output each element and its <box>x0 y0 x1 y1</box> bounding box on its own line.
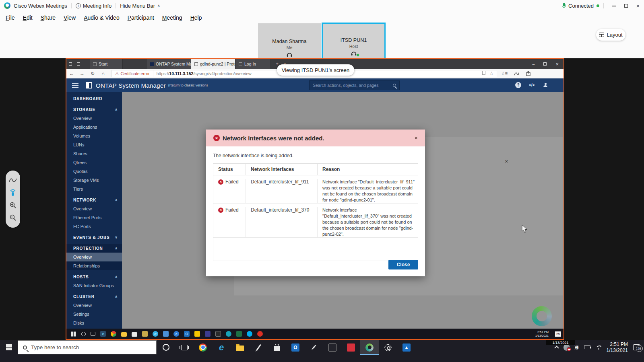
close-button[interactable]: Close <box>388 260 418 269</box>
ink-icon[interactable] <box>514 71 519 76</box>
refresh-icon[interactable]: ↻ <box>87 71 98 76</box>
action-center-icon[interactable]: 25 <box>633 344 640 350</box>
sidebar-item-fc-ports[interactable]: FC Ports <box>66 222 122 231</box>
ie-icon[interactable]: e <box>153 331 158 337</box>
edge-icon[interactable]: e <box>212 340 231 355</box>
annotate-icon[interactable] <box>9 177 17 183</box>
close-button[interactable]: × <box>632 2 644 9</box>
sidebar-item-qtrees[interactable]: Qtrees <box>66 158 122 167</box>
red-app-icon[interactable] <box>342 340 360 355</box>
start-button[interactable] <box>0 340 18 355</box>
sidebar-section-protection[interactable]: PROTECTION∧ <box>66 244 122 253</box>
windows-search-input[interactable]: Type here to search <box>18 340 157 354</box>
sidebar-item-tiers[interactable]: Tiers <box>66 185 122 193</box>
menu-edit[interactable]: Edit <box>23 14 33 21</box>
code-icon[interactable]: </> <box>529 83 535 87</box>
dialog-close-icon[interactable]: × <box>415 135 418 141</box>
hide-menu-bar-button[interactable]: Hide Menu Bar <box>120 3 155 9</box>
menu-participant[interactable]: Participant <box>128 14 154 21</box>
menu-meeting[interactable]: Meeting <box>162 14 182 21</box>
browser-minimize-button[interactable]: – <box>533 62 535 66</box>
outlook-icon[interactable]: O <box>286 340 305 355</box>
zoom-out-icon[interactable] <box>10 214 16 221</box>
return-classic-link[interactable]: (Return to classic version) <box>168 83 208 87</box>
sidebar-item-shares[interactable]: Shares <box>66 149 122 158</box>
webex-icon[interactable] <box>360 340 379 355</box>
skype-icon[interactable] <box>247 331 252 337</box>
battery-icon[interactable] <box>584 346 590 349</box>
close-circle-icon[interactable]: × <box>173 331 179 337</box>
menu-share[interactable]: Share <box>41 14 56 21</box>
menu-view[interactable]: View <box>64 14 76 21</box>
people-icon[interactable] <box>163 331 169 337</box>
sidebar-item-storage-overview[interactable]: Overview <box>66 114 122 123</box>
sidebar-item-quotas[interactable]: Quotas <box>66 167 122 176</box>
sidebar-item-cluster-overview[interactable]: Overview <box>66 301 122 310</box>
tab-preview-icon[interactable] <box>66 59 74 69</box>
sidebar-item-storage-vms[interactable]: Storage VMs <box>66 176 122 185</box>
browser-restore-button[interactable] <box>543 62 547 66</box>
sidebar-item-network-overview[interactable]: Overview <box>66 204 122 213</box>
tab-start[interactable]: Start <box>90 59 123 69</box>
tab-gdind-punc2-active[interactable]: gdind-punc2 | Protectio × <box>191 59 235 69</box>
teal-app-icon[interactable] <box>226 331 231 337</box>
participant-tile-me[interactable]: Madan Sharma Me <box>258 23 321 60</box>
cortana-icon[interactable] <box>81 332 86 336</box>
menu-help[interactable]: Help <box>190 14 202 21</box>
cortana-icon[interactable] <box>157 340 175 355</box>
sidebar-item-dashboard[interactable]: DASHBOARD <box>66 94 122 103</box>
photos-icon[interactable]: ▲ <box>397 340 416 355</box>
sidebar-section-network[interactable]: NETWORK∧ <box>66 195 122 204</box>
chevron-up-icon[interactable] <box>554 346 559 350</box>
reading-view-icon[interactable] <box>482 71 485 75</box>
chrome-icon[interactable] <box>111 331 116 337</box>
favorites-bar-icon[interactable]: ☆≡ <box>501 71 508 76</box>
sidebar-item-relationships[interactable]: Relationships <box>66 261 122 270</box>
back-icon[interactable]: ← <box>66 71 77 76</box>
tab-back-icon[interactable] <box>74 59 83 69</box>
share-icon[interactable] <box>526 71 531 76</box>
taskbar-clock[interactable]: 2:51 PM1/13/2021 <box>607 341 628 354</box>
book-app-icon[interactable] <box>205 331 211 337</box>
ontap-search-input[interactable]: Search actions, objects, and pages <box>309 80 400 90</box>
remote-control-icon[interactable] <box>10 189 16 196</box>
folder-icon[interactable] <box>121 332 127 337</box>
sidebar-section-cluster[interactable]: CLUSTER∧ <box>66 292 122 301</box>
tab-log-in[interactable]: Log In <box>235 59 271 69</box>
participant-tile-host[interactable]: ITSD PUN1 Host <box>322 23 386 60</box>
zoom-in-icon[interactable] <box>10 202 16 208</box>
sidebar-section-hosts[interactable]: HOSTS∧ <box>66 272 122 281</box>
task-view-icon[interactable] <box>91 332 95 336</box>
menu-audio-video[interactable]: Audio & Video <box>84 14 119 21</box>
shared-notification-badge[interactable]: 25 <box>555 331 561 337</box>
sidebar-item-applications[interactable]: Applications <box>66 123 122 132</box>
sidebar-section-storage[interactable]: STORAGE∧ <box>66 105 122 114</box>
hamburger-menu-icon[interactable] <box>72 83 78 88</box>
sidebar-item-protection-overview[interactable]: Overview <box>66 253 122 261</box>
wifi-icon[interactable] <box>596 346 601 350</box>
favorite-star-icon[interactable]: ☆ <box>489 71 493 76</box>
meeting-info-button[interactable]: Meeting Info <box>83 3 112 9</box>
sidebar-section-events-jobs[interactable]: EVENTS & JOBS∨ <box>66 233 122 242</box>
edge-icon[interactable]: e <box>100 331 106 337</box>
chrome-icon[interactable] <box>194 340 212 355</box>
sidebar-item-san-initiator-groups[interactable]: SAN Initiator Groups <box>66 281 122 290</box>
task-view-icon[interactable] <box>175 340 194 355</box>
yellow-app-icon[interactable] <box>194 331 200 337</box>
help-icon[interactable]: ? <box>515 82 521 88</box>
journal-icon[interactable] <box>305 340 323 355</box>
terminal-icon[interactable] <box>215 331 221 337</box>
minimize-button[interactable] <box>608 3 620 9</box>
briefcase-icon[interactable] <box>132 332 137 337</box>
start-icon[interactable] <box>71 331 76 336</box>
sidebar-item-luns[interactable]: LUNs <box>66 140 122 149</box>
card-close-icon[interactable]: × <box>505 158 508 164</box>
sidebar-item-volumes[interactable]: Volumes <box>66 132 122 140</box>
forward-icon[interactable]: → <box>77 71 87 76</box>
sidebar-item-settings[interactable]: Settings <box>66 310 122 319</box>
home-icon[interactable]: ⌂ <box>98 71 108 76</box>
menu-file[interactable]: File <box>6 14 15 21</box>
layout-button[interactable]: Layout <box>596 29 625 41</box>
excel-icon[interactable] <box>236 331 242 337</box>
settings-icon[interactable] <box>379 340 397 355</box>
